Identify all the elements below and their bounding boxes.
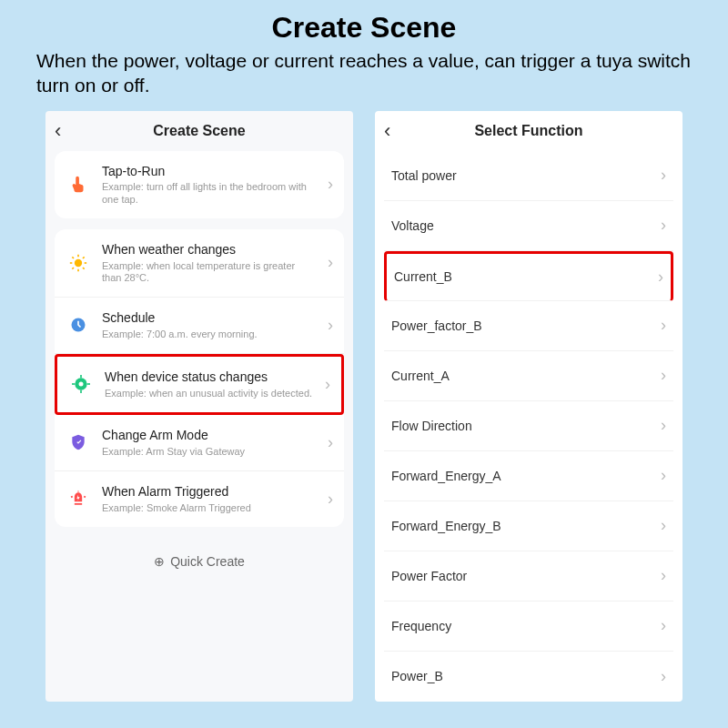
chevron-right-icon: › — [328, 490, 333, 509]
chevron-right-icon: › — [661, 466, 666, 485]
function-label: Power Factor — [391, 569, 467, 583]
subtitle: When the power, voltage or current reach… — [36, 48, 692, 98]
trigger-title: When device status changes — [105, 369, 314, 385]
function-label: Flow Direction — [391, 419, 472, 433]
function-row-current-b[interactable]: Current_B › — [384, 251, 673, 301]
function-row-power-b[interactable]: Power_B › — [384, 652, 673, 702]
chevron-right-icon: › — [661, 316, 666, 335]
chevron-right-icon: › — [328, 433, 333, 452]
chevron-right-icon: › — [325, 375, 330, 394]
tap-to-run-title: Tap-to-Run — [102, 164, 317, 179]
clock-icon — [66, 312, 91, 338]
chevron-right-icon: › — [661, 516, 666, 535]
tap-to-run-card: Tap-to-Run Example: turn off all lights … — [55, 151, 344, 218]
function-label: Total power — [391, 168, 457, 183]
svg-line-5 — [72, 257, 74, 258]
upload-icon: ⊕ — [154, 554, 165, 569]
chevron-right-icon: › — [661, 166, 666, 185]
chevron-right-icon: › — [661, 616, 666, 635]
triggers-card: When weather changes Example: when local… — [55, 229, 344, 527]
svg-point-11 — [79, 382, 84, 387]
svg-line-7 — [72, 268, 74, 269]
trigger-example: Example: when local temperature is great… — [102, 260, 317, 284]
tap-gesture-icon — [66, 172, 91, 197]
create-scene-screen: ‹ Create Scene Tap-to-Run Example: turn … — [46, 111, 353, 702]
function-row-total-power[interactable]: Total power › — [384, 151, 673, 201]
chevron-right-icon: › — [661, 566, 666, 585]
chevron-right-icon: › — [658, 268, 663, 287]
nav-title: Create Scene — [80, 123, 318, 139]
trigger-example: Example: Arm Stay via Gateway — [102, 446, 317, 458]
function-row-power-factor-b[interactable]: Power_factor_B › — [384, 301, 673, 351]
chevron-right-icon: › — [661, 366, 666, 385]
trigger-title: Change Arm Mode — [102, 428, 317, 443]
chevron-right-icon: › — [328, 316, 333, 335]
phones-container: ‹ Create Scene Tap-to-Run Example: turn … — [36, 111, 692, 702]
function-label: Forward_Energy_B — [391, 519, 501, 533]
nav-bar: ‹ Select Function — [384, 111, 673, 151]
alarm-icon — [66, 486, 91, 511]
function-label: Forward_Energy_A — [391, 469, 501, 483]
trigger-title: When weather changes — [102, 242, 317, 258]
function-row-forward-energy-a[interactable]: Forward_Energy_A › — [384, 451, 673, 501]
svg-point-0 — [75, 259, 82, 267]
function-row-frequency[interactable]: Frequency › — [384, 602, 673, 652]
trigger-example: Example: when an unusual activity is det… — [105, 388, 314, 399]
nav-bar: ‹ Create Scene — [55, 111, 344, 151]
tap-to-run-example: Example: turn off all lights in the bedr… — [102, 181, 317, 205]
select-function-screen: ‹ Select Function Total power › Voltage … — [375, 111, 682, 702]
function-label: Frequency — [391, 619, 451, 633]
chevron-right-icon: › — [328, 175, 333, 194]
chevron-right-icon: › — [661, 216, 666, 235]
device-status-icon — [68, 371, 94, 397]
device-status-trigger-row[interactable]: When device status changes Example: when… — [55, 354, 344, 415]
weather-trigger-row[interactable]: When weather changes Example: when local… — [55, 229, 344, 298]
function-row-current-a[interactable]: Current_A › — [384, 351, 673, 401]
nav-title: Select Function — [410, 123, 648, 139]
function-row-voltage[interactable]: Voltage › — [384, 201, 673, 251]
function-label: Power_B — [391, 669, 443, 683]
svg-line-8 — [83, 257, 85, 258]
tap-to-run-text: Tap-to-Run Example: turn off all lights … — [102, 164, 317, 206]
function-label: Power_factor_B — [391, 318, 482, 333]
svg-line-6 — [83, 268, 85, 269]
function-label: Current_A — [391, 369, 450, 383]
function-row-forward-energy-b[interactable]: Forward_Energy_B › — [384, 501, 673, 551]
chevron-right-icon: › — [661, 667, 666, 686]
function-label: Current_B — [394, 269, 452, 284]
back-button[interactable]: ‹ — [55, 119, 80, 143]
main-title: Create Scene — [36, 11, 692, 45]
alarm-trigger-row[interactable]: When Alarm Triggered Example: Smoke Alar… — [55, 471, 344, 527]
trigger-example: Example: 7:00 a.m. every morning. — [102, 329, 317, 340]
function-label: Voltage — [391, 218, 434, 233]
shield-icon — [66, 430, 91, 455]
trigger-title: Schedule — [102, 310, 317, 326]
quick-create-button[interactable]: ⊕ Quick Create — [55, 538, 344, 572]
trigger-example: Example: Smoke Alarm Triggered — [102, 502, 317, 514]
chevron-right-icon: › — [661, 416, 666, 435]
sun-icon — [66, 250, 91, 276]
tap-to-run-row[interactable]: Tap-to-Run Example: turn off all lights … — [55, 151, 344, 218]
trigger-title: When Alarm Triggered — [102, 484, 317, 500]
back-button[interactable]: ‹ — [384, 119, 410, 143]
function-row-flow-direction[interactable]: Flow Direction › — [384, 401, 673, 451]
arm-mode-trigger-row[interactable]: Change Arm Mode Example: Arm Stay via Ga… — [55, 415, 344, 471]
schedule-trigger-row[interactable]: Schedule Example: 7:00 a.m. every mornin… — [55, 298, 344, 354]
function-row-power-factor[interactable]: Power Factor › — [384, 551, 673, 602]
chevron-right-icon: › — [328, 253, 333, 272]
quick-create-label: Quick Create — [170, 554, 245, 569]
